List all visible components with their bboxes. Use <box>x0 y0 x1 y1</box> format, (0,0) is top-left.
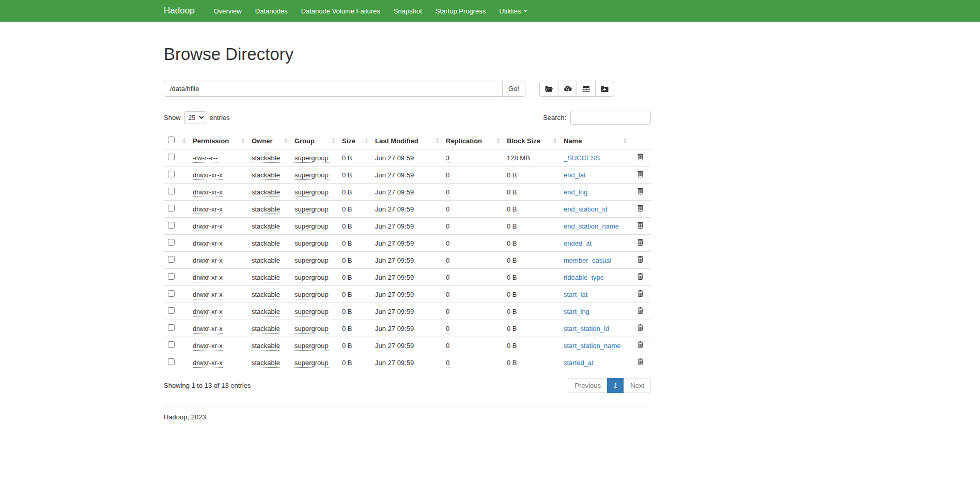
search-input[interactable] <box>570 111 651 125</box>
delete-button[interactable] <box>636 289 644 299</box>
column-header-group[interactable]: Group <box>290 132 338 149</box>
column-header-size[interactable]: Size <box>338 132 371 149</box>
pagination-next[interactable]: Next <box>624 378 651 393</box>
pagination-previous[interactable]: Previous <box>568 378 608 393</box>
file-name-link[interactable]: end_station_name <box>564 222 619 230</box>
permission-value[interactable]: drwxr-xr-x <box>193 291 223 299</box>
group-value[interactable]: supergroup <box>294 205 329 214</box>
nav-item-snapshot[interactable]: Snapshot <box>387 0 429 22</box>
delete-button[interactable] <box>636 204 644 214</box>
delete-button[interactable] <box>636 170 644 180</box>
group-value[interactable]: supergroup <box>294 359 329 368</box>
owner-value[interactable]: stackable <box>252 291 280 299</box>
row-checkbox[interactable] <box>168 358 175 365</box>
replication-value[interactable]: 0 <box>446 359 449 368</box>
row-checkbox[interactable] <box>168 290 175 297</box>
delete-button[interactable] <box>636 221 644 231</box>
delete-button[interactable] <box>636 357 644 368</box>
replication-value[interactable]: 0 <box>446 256 449 265</box>
replication-value[interactable]: 0 <box>446 188 449 197</box>
permission-value[interactable]: drwxr-xr-x <box>193 222 223 231</box>
replication-value[interactable]: 0 <box>446 308 449 316</box>
row-checkbox[interactable] <box>168 341 175 348</box>
replication-value[interactable]: 3 <box>446 154 449 163</box>
replication-value[interactable]: 0 <box>446 171 449 180</box>
nav-item-startup-progress[interactable]: Startup Progress <box>429 0 493 22</box>
permission-value[interactable]: drwxr-xr-x <box>193 171 223 180</box>
nav-item-datanode-volume-failures[interactable]: Datanode Volume Failures <box>294 0 387 22</box>
row-checkbox[interactable] <box>168 154 175 160</box>
row-checkbox[interactable] <box>168 307 175 314</box>
group-value[interactable]: supergroup <box>294 342 329 351</box>
delete-button[interactable] <box>636 153 644 163</box>
page-size-select[interactable]: 25 <box>184 111 206 124</box>
file-name-link[interactable]: ended_at <box>564 239 592 247</box>
row-checkbox[interactable] <box>168 239 175 246</box>
row-checkbox[interactable] <box>168 273 175 280</box>
file-name-link[interactable]: start_station_id <box>564 325 609 332</box>
replication-value[interactable]: 0 <box>446 222 449 231</box>
delete-button[interactable] <box>636 340 644 351</box>
file-name-link[interactable]: end_station_id <box>564 205 608 213</box>
owner-value[interactable]: stackable <box>252 274 280 282</box>
permission-value[interactable]: drwxr-xr-x <box>193 256 223 265</box>
permission-value[interactable]: drwxr-xr-x <box>193 308 223 316</box>
row-checkbox[interactable] <box>168 205 175 211</box>
permission-value[interactable]: drwxr-xr-x <box>193 205 223 214</box>
column-header-name[interactable]: Name <box>559 132 629 149</box>
file-name-link[interactable]: _SUCCESS <box>564 154 600 162</box>
brand-link[interactable]: Hadoop <box>164 0 195 22</box>
file-name-link[interactable]: end_lng <box>564 188 587 196</box>
row-checkbox[interactable] <box>168 171 175 177</box>
owner-value[interactable]: stackable <box>252 325 280 334</box>
owner-value[interactable]: stackable <box>252 171 280 180</box>
cloud-upload-button[interactable] <box>558 81 577 97</box>
owner-value[interactable]: stackable <box>252 188 280 197</box>
permission-value[interactable]: drwxr-xr-x <box>193 325 223 334</box>
delete-button[interactable] <box>636 323 644 334</box>
owner-value[interactable]: stackable <box>252 222 280 231</box>
column-header-replication[interactable]: Replication <box>442 132 503 149</box>
group-value[interactable]: supergroup <box>294 154 329 163</box>
owner-value[interactable]: stackable <box>252 256 280 265</box>
pagination-page-1[interactable]: 1 <box>607 378 624 393</box>
column-header-permission[interactable]: Permission <box>189 132 247 149</box>
folder-move-button[interactable] <box>595 81 614 97</box>
file-name-link[interactable]: rideable_type <box>564 274 604 281</box>
column-header-owner[interactable]: Owner <box>247 132 290 149</box>
group-value[interactable]: supergroup <box>294 171 329 180</box>
table-button[interactable] <box>577 81 596 97</box>
column-header-last-modified[interactable]: Last Modified <box>371 132 442 149</box>
permission-value[interactable]: drwxr-xr-x <box>193 359 223 368</box>
delete-button[interactable] <box>636 272 644 282</box>
path-input[interactable] <box>164 81 503 97</box>
owner-value[interactable]: stackable <box>252 342 280 351</box>
owner-value[interactable]: stackable <box>252 154 280 163</box>
delete-button[interactable] <box>636 238 644 248</box>
permission-value[interactable]: drwxr-xr-x <box>193 274 223 282</box>
go-button[interactable]: Go! <box>503 81 525 97</box>
nav-item-overview[interactable]: Overview <box>207 0 248 22</box>
group-value[interactable]: supergroup <box>294 291 329 299</box>
row-checkbox[interactable] <box>168 222 175 229</box>
file-name-link[interactable]: end_lat <box>564 171 586 179</box>
group-value[interactable]: supergroup <box>294 308 329 316</box>
nav-item-datanodes[interactable]: Datanodes <box>248 0 294 22</box>
replication-value[interactable]: 0 <box>446 291 449 299</box>
row-checkbox[interactable] <box>168 188 175 194</box>
replication-value[interactable]: 0 <box>446 239 449 248</box>
select-all-checkbox[interactable] <box>168 137 175 143</box>
file-name-link[interactable]: start_lng <box>564 308 589 315</box>
column-header-block-size[interactable]: Block Size <box>503 132 559 149</box>
group-value[interactable]: supergroup <box>294 256 329 265</box>
replication-value[interactable]: 0 <box>446 274 449 282</box>
file-name-link[interactable]: started_at <box>564 359 594 367</box>
replication-value[interactable]: 0 <box>446 205 449 214</box>
group-value[interactable]: supergroup <box>294 222 329 231</box>
group-value[interactable]: supergroup <box>294 274 329 282</box>
owner-value[interactable]: stackable <box>252 205 280 214</box>
permission-value[interactable]: -rw-r--r-- <box>193 154 217 163</box>
file-name-link[interactable]: start_lat <box>564 291 587 298</box>
owner-value[interactable]: stackable <box>252 239 280 248</box>
group-value[interactable]: supergroup <box>294 239 329 248</box>
